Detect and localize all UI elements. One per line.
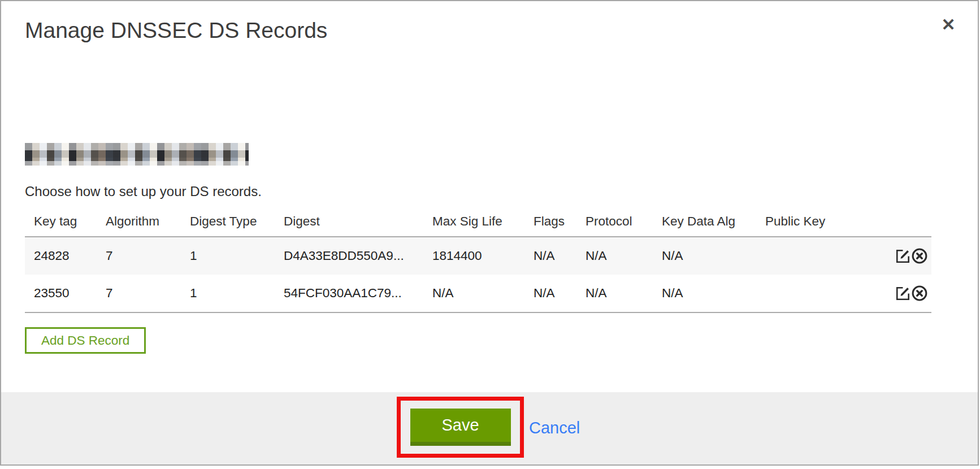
cell-public-key bbox=[756, 237, 864, 275]
cell-algorithm: 7 bbox=[97, 237, 181, 275]
cell-max-sig-life: N/A bbox=[423, 275, 524, 312]
edit-icon[interactable] bbox=[895, 248, 911, 264]
edit-icon[interactable] bbox=[895, 285, 911, 301]
col-header-flags: Flags bbox=[524, 211, 576, 237]
col-header-public-key: Public Key bbox=[756, 211, 864, 237]
save-button[interactable]: Save bbox=[410, 409, 511, 446]
close-icon[interactable]: ✕ bbox=[937, 14, 960, 36]
col-header-max-sig-life: Max Sig Life bbox=[423, 211, 524, 237]
setup-instruction: Choose how to set up your DS records. bbox=[25, 184, 262, 199]
ds-records-table: Key tag Algorithm Digest Type Digest Max… bbox=[25, 211, 931, 313]
dialog-title: Manage DNSSEC DS Records bbox=[25, 18, 327, 43]
cell-public-key bbox=[756, 275, 864, 312]
cell-digest-type: 1 bbox=[181, 275, 275, 312]
delete-icon[interactable] bbox=[911, 285, 928, 302]
cell-flags: N/A bbox=[524, 237, 576, 275]
add-ds-record-button[interactable]: Add DS Record bbox=[25, 327, 146, 354]
cell-key-data-alg: N/A bbox=[653, 237, 756, 275]
cell-algorithm: 7 bbox=[97, 275, 181, 312]
redacted-domain-name bbox=[25, 143, 249, 166]
cell-protocol: N/A bbox=[576, 237, 653, 275]
table-row: 24828 7 1 D4A33E8DD550A9... 1814400 N/A … bbox=[25, 237, 931, 275]
table-row: 23550 7 1 54FCF030AA1C79... N/A N/A N/A … bbox=[25, 275, 931, 312]
cell-digest-type: 1 bbox=[181, 237, 275, 275]
col-header-key-tag: Key tag bbox=[25, 211, 97, 237]
cancel-link[interactable]: Cancel bbox=[529, 419, 580, 437]
col-header-actions bbox=[864, 211, 931, 237]
cell-digest: D4A33E8DD550A9... bbox=[275, 237, 423, 275]
cell-flags: N/A bbox=[524, 275, 576, 312]
col-header-digest: Digest bbox=[275, 211, 423, 237]
row-actions bbox=[864, 275, 931, 312]
cell-key-tag: 24828 bbox=[25, 237, 97, 275]
col-header-digest-type: Digest Type bbox=[181, 211, 275, 237]
cell-key-data-alg: N/A bbox=[653, 275, 756, 312]
cell-protocol: N/A bbox=[576, 275, 653, 312]
col-header-algorithm: Algorithm bbox=[97, 211, 181, 237]
dialog-footer: Save Cancel bbox=[1, 392, 978, 464]
delete-icon[interactable] bbox=[911, 247, 928, 264]
annotation-highlight-box: Save bbox=[397, 397, 524, 458]
cell-key-tag: 23550 bbox=[25, 275, 97, 312]
cell-max-sig-life: 1814400 bbox=[423, 237, 524, 275]
col-header-key-data-alg: Key Data Alg bbox=[653, 211, 756, 237]
manage-dnssec-dialog: Manage DNSSEC DS Records ✕ Choose how to… bbox=[0, 0, 979, 466]
col-header-protocol: Protocol bbox=[576, 211, 653, 237]
cell-digest: 54FCF030AA1C79... bbox=[275, 275, 423, 312]
table-header-row: Key tag Algorithm Digest Type Digest Max… bbox=[25, 211, 931, 237]
row-actions bbox=[864, 237, 931, 275]
